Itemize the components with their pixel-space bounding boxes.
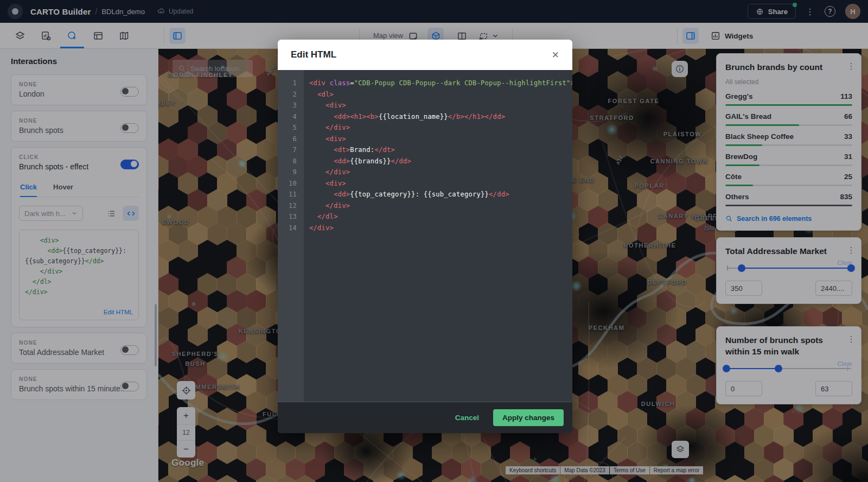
code-line[interactable]: 12 </div> <box>278 200 572 212</box>
close-icon[interactable]: ✕ <box>552 50 559 60</box>
modal-footer: Cancel Apply changes <box>278 402 572 433</box>
code-line[interactable]: 6 <div> <box>278 134 572 145</box>
code-line[interactable]: 7 <dt>Brand:</dt> <box>278 144 572 156</box>
code-line[interactable]: 8 <dd>{{brands}}</dd> <box>278 156 572 167</box>
code-line[interactable]: 10 <div> <box>278 178 572 189</box>
code-line[interactable]: 1<div class="CDB-Popup CDB-Popup--dark C… <box>278 78 572 89</box>
code-line[interactable]: 5 </div> <box>278 122 572 134</box>
code-line[interactable]: 9 </div> <box>278 167 572 178</box>
code-line[interactable]: 4 <dd><h1><b>{{location_name}}</b></h1><… <box>278 111 572 123</box>
code-line[interactable]: 2 <dl> <box>278 89 572 100</box>
modal-header: Edit HTML ✕ <box>278 40 572 70</box>
code-line[interactable]: 11 <dd>{{top_category}}: {{sub_category}… <box>278 189 572 200</box>
edit-html-modal: Edit HTML ✕ 1<div class="CDB-Popup CDB-P… <box>278 40 572 433</box>
cancel-button[interactable]: Cancel <box>455 414 479 422</box>
code-line[interactable]: 3 <div> <box>278 100 572 111</box>
html-code-editor[interactable]: 1<div class="CDB-Popup CDB-Popup--dark C… <box>278 70 572 402</box>
code-line[interactable]: 14</div> <box>278 223 572 234</box>
apply-changes-button[interactable]: Apply changes <box>493 409 564 426</box>
modal-title: Edit HTML <box>291 49 336 60</box>
code-line[interactable]: 13 </dl> <box>278 211 572 223</box>
